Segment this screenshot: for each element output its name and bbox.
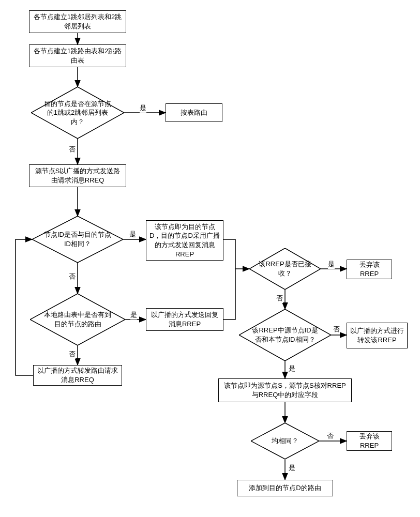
edge-label-yes: 是: [289, 463, 295, 473]
node-n7: 以广播的方式转发路由请求消息RREQ: [33, 365, 122, 386]
node-label: 以广播的方式进行转发该RREP: [350, 326, 404, 344]
edge-label-no: 否: [69, 145, 76, 154]
node-n5: 该节点即为目的节点D，目的节点D采用广播的方式发送回复消息RREP: [146, 220, 223, 261]
node-label: 各节点建立1跳路由表和2跳路由表: [33, 47, 123, 65]
node-label: 以广播的方式发送回复消息RREP: [149, 310, 220, 328]
node-label: 目的节点是否在源节点的1跳或2跳邻居列表内？: [42, 99, 113, 127]
decision-d1: 目的节点是否在源节点的1跳或2跳邻居列表内？: [31, 87, 124, 139]
node-n2: 各节点建立1跳路由表和2跳路由表: [29, 44, 126, 67]
node-n8: 丢弃该RREP: [347, 260, 392, 279]
node-n1: 各节点建立1跳邻居列表和2跳邻居列表: [29, 10, 126, 33]
node-n12: 添加到目的节点D的路由: [237, 480, 333, 496]
node-label: 该节点即为源节点S，源节点S核对RREP与RREQ中的对应字段: [222, 381, 348, 399]
decision-d4: 该RREP是否已接收？: [249, 248, 321, 290]
node-n9: 以广播的方式进行转发该RREP: [347, 323, 408, 348]
node-label: 按表路由: [181, 108, 207, 117]
node-label: 该RREP中源节点ID是否和本节点ID相同？: [250, 326, 320, 344]
edge-label-yes: 是: [129, 230, 136, 239]
node-label: 该RREP是否已接收？: [258, 260, 312, 278]
edge-label-yes: 是: [328, 260, 335, 269]
decision-d2: 节点ID是否与目的节点ID相同？: [32, 216, 123, 263]
node-label: 添加到目的节点D的路由: [249, 483, 321, 493]
edge-label-no: 否: [333, 325, 340, 334]
edge-label-yes: 是: [130, 310, 137, 320]
node-label: 丢弃该RREP: [350, 432, 388, 450]
flowchart-canvas: 各节点建立1跳邻居列表和2跳邻居列表 各节点建立1跳路由表和2跳路由表 目的节点…: [10, 10, 410, 507]
node-label: 各节点建立1跳邻居列表和2跳邻居列表: [33, 12, 123, 31]
decision-d3: 本地路由表中是否有到目的节点的路由: [30, 294, 125, 345]
node-n11: 丢弃该RREP: [347, 431, 392, 451]
node-label: 丢弃该RREP: [350, 260, 388, 278]
node-label: 该节点即为目的节点D，目的节点D采用广播的方式发送回复消息RREP: [149, 222, 220, 258]
node-n6: 以广播的方式发送回复消息RREP: [146, 308, 223, 331]
edge-label-no: 否: [69, 272, 76, 281]
node-label: 均相同？: [272, 436, 298, 446]
node-n4: 源节点S以广播的方式发送路由请求消息RREQ: [29, 164, 126, 187]
edge-label-no: 否: [327, 431, 334, 440]
edge-label-no: 否: [276, 294, 283, 303]
node-n3: 按表路由: [166, 103, 222, 122]
node-label: 源节点S以广播的方式发送路由请求消息RREQ: [33, 166, 123, 185]
edge-label-yes: 是: [289, 364, 295, 373]
decision-d6: 均相同？: [251, 423, 319, 459]
edge-label-no: 否: [69, 349, 76, 359]
edge-label-yes: 是: [140, 103, 146, 113]
node-n10: 该节点即为源节点S，源节点S核对RREP与RREQ中的对应字段: [218, 378, 352, 402]
node-label: 以广播的方式转发路由请求消息RREQ: [37, 366, 118, 384]
node-label: 节点ID是否与目的节点ID相同？: [43, 230, 112, 248]
decision-d5: 该RREP中源节点ID是否和本节点ID相同？: [239, 309, 331, 361]
node-label: 本地路由表中是否有到目的节点的路由: [41, 310, 114, 328]
